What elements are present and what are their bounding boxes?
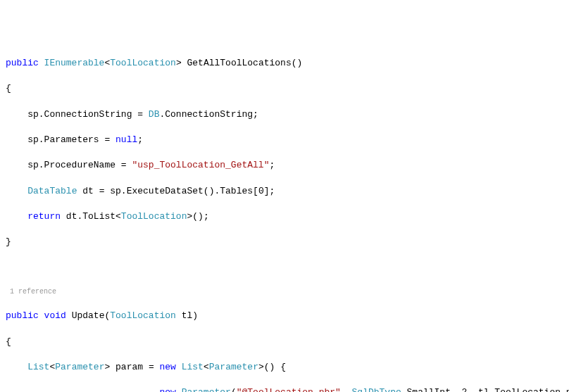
- keyword: public: [6, 58, 44, 68]
- keyword: return: [27, 211, 61, 222]
- type: SqlDbType: [352, 387, 401, 392]
- type: ToolLocation: [110, 58, 176, 68]
- type: ToolLocation: [121, 211, 187, 222]
- type: IEnumerable: [44, 58, 105, 68]
- keyword: new: [159, 387, 175, 392]
- type: ToolLocation: [110, 310, 176, 321]
- reference-count[interactable]: 1 reference: [6, 287, 569, 297]
- type: List: [182, 362, 204, 372]
- string: "@ToolLocation_nbr": [237, 387, 341, 392]
- type: DataTable: [27, 186, 77, 196]
- code-line: }: [6, 236, 569, 248]
- keyword: null: [115, 134, 137, 145]
- code-line: return dt.ToList<ToolLocation>();: [6, 210, 569, 223]
- code-line: {: [6, 82, 569, 95]
- code-line: DataTable dt = sp.ExecuteDataSet().Table…: [6, 185, 569, 198]
- keyword: void: [44, 310, 66, 321]
- code-line: new Parameter("@ToolLocation_nbr", SqlDb…: [6, 386, 569, 392]
- code-line: {: [6, 336, 569, 348]
- code-line: public void Update(ToolLocation tl): [6, 310, 569, 322]
- type: Parameter: [182, 387, 231, 392]
- keyword: new: [159, 362, 175, 372]
- code-editor[interactable]: public IEnumerable<ToolLocation> GetAllT…: [6, 57, 569, 392]
- code-line: sp.Parameters = null;: [6, 134, 569, 146]
- code-line: sp.ProcedureName = "usp_ToolLocation_Get…: [6, 159, 569, 172]
- string: "usp_ToolLocation_GetAll": [132, 160, 269, 170]
- keyword: public: [6, 310, 44, 321]
- type: Parameter: [209, 362, 258, 372]
- type: DB: [149, 109, 160, 120]
- type: Parameter: [55, 362, 104, 372]
- code-line: [6, 262, 569, 274]
- code-line: List<Parameter> param = new List<Paramet…: [6, 361, 569, 374]
- code-line: sp.ConnectionString = DB.ConnectionStrin…: [6, 108, 569, 121]
- code-line: public IEnumerable<ToolLocation> GetAllT…: [6, 57, 569, 70]
- type: List: [27, 362, 49, 372]
